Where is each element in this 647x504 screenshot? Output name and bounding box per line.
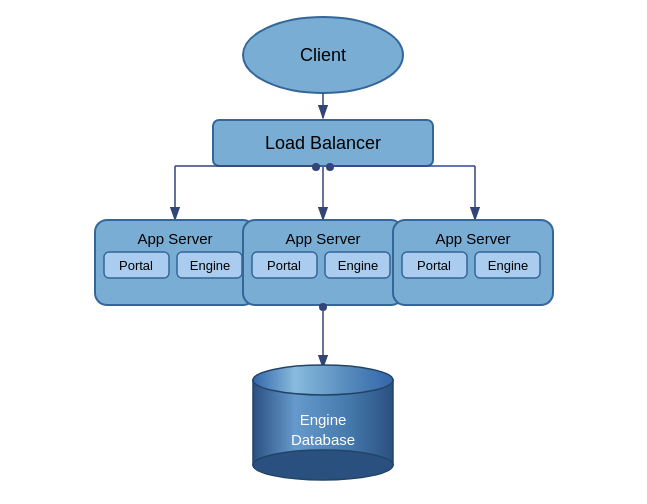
db-label-line1: Engine <box>300 411 347 428</box>
db-bottom <box>253 450 393 480</box>
app-server-2-label: App Server <box>285 230 360 247</box>
db-label-line2: Database <box>291 431 355 448</box>
portal-1-label: Portal <box>119 258 153 273</box>
portal-3-label: Portal <box>417 258 451 273</box>
app-server-3-label: App Server <box>435 230 510 247</box>
dot-left <box>312 163 320 171</box>
portal-2-label: Portal <box>267 258 301 273</box>
engine-1-label: Engine <box>190 258 230 273</box>
dot-db <box>319 303 327 311</box>
db-top <box>253 365 393 395</box>
client-label: Client <box>300 45 346 65</box>
app-server-1-label: App Server <box>137 230 212 247</box>
load-balancer-label: Load Balancer <box>265 133 381 153</box>
engine-2-label: Engine <box>338 258 378 273</box>
dot-right <box>326 163 334 171</box>
engine-3-label: Engine <box>488 258 528 273</box>
